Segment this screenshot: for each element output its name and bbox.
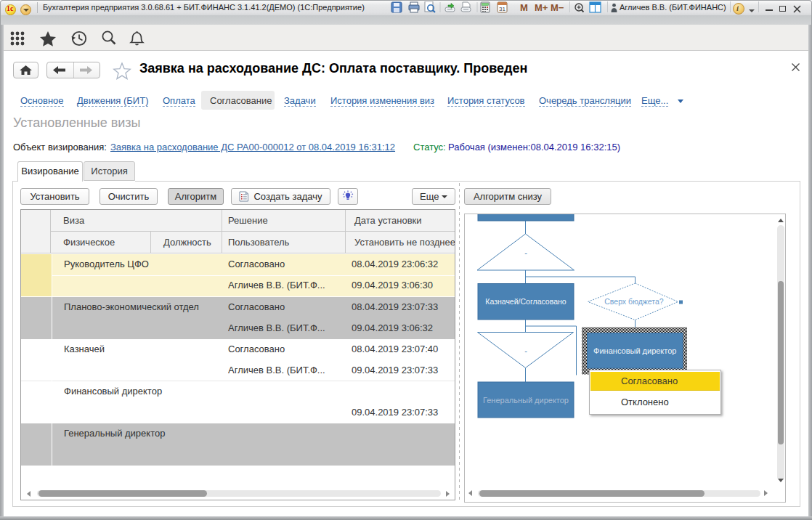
svg-text:Сверх бюджета?: Сверх бюджета? <box>604 297 664 306</box>
svg-text:-: - <box>524 346 527 355</box>
svg-text:Финансовый директор: Финансовый директор <box>593 346 676 355</box>
svg-text:-: - <box>524 248 527 257</box>
svg-text:Казначей/Согласовано: Казначей/Согласовано <box>485 297 566 306</box>
svg-text:31: 31 <box>499 6 506 12</box>
svg-text:Генеральный директор: Генеральный директор <box>483 396 569 405</box>
